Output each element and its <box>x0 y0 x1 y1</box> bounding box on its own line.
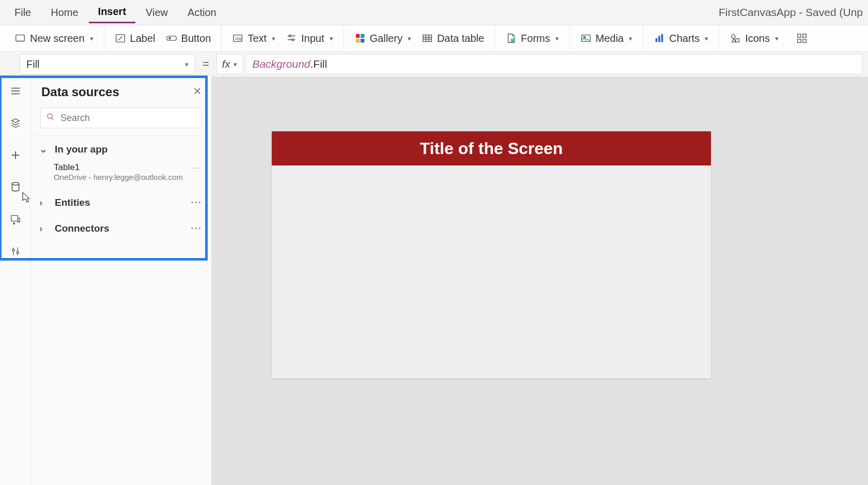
panel-close-button[interactable] <box>193 86 202 98</box>
rail-insert-button[interactable] <box>8 148 23 162</box>
label-button[interactable]: Label <box>112 31 159 47</box>
icons-icon <box>730 33 741 44</box>
svg-rect-13 <box>360 39 364 42</box>
fx-label: fx <box>222 58 230 70</box>
svg-line-46 <box>52 118 54 120</box>
menu-action[interactable]: Action <box>178 3 226 23</box>
canvas-area[interactable]: Title of the Screen <box>212 77 868 485</box>
menu-home[interactable]: Home <box>41 3 87 23</box>
chevron-down-icon: ▾ <box>705 35 708 42</box>
app-screen[interactable]: Title of the Screen <box>272 131 711 378</box>
text-button[interactable]: Abc Text ▾ <box>229 31 278 47</box>
more-options-button[interactable]: ··· <box>192 162 202 173</box>
svg-rect-2 <box>166 36 176 40</box>
svg-text:Abc: Abc <box>235 37 242 41</box>
svg-rect-29 <box>798 39 801 42</box>
media-icon <box>580 33 592 44</box>
button-label: Button <box>181 33 211 44</box>
svg-rect-23 <box>658 36 660 42</box>
addins-button[interactable] <box>793 31 811 46</box>
media-label: Media <box>596 33 624 44</box>
property-selector[interactable]: Fill ▾ <box>20 54 195 74</box>
chevron-down-icon: ▾ <box>233 60 237 68</box>
svg-rect-0 <box>16 35 25 41</box>
data-source-name: Table1 <box>54 162 183 173</box>
rail-hamburger-button[interactable] <box>8 84 23 98</box>
panel-search-box[interactable] <box>40 108 202 128</box>
svg-rect-28 <box>803 34 806 37</box>
menu-bar: File Home Insert View Action FirstCanvas… <box>0 0 868 25</box>
section-connectors[interactable]: › Connectors ··· <box>31 216 211 241</box>
label-label: Label <box>130 33 156 44</box>
charts-button[interactable]: Charts ▾ <box>650 31 711 47</box>
chevron-right-icon: › <box>39 197 48 208</box>
menu-view[interactable]: View <box>136 3 177 23</box>
rail-advanced-button[interactable] <box>8 244 23 259</box>
formula-bar: Fill ▾ = fx ▾ Background.Fill <box>0 52 868 77</box>
chevron-down-icon: ⌄ <box>39 143 48 155</box>
icons-button[interactable]: Icons ▾ <box>726 31 782 47</box>
label-edit-icon <box>115 33 126 44</box>
data-table-button[interactable]: Data table <box>419 31 487 47</box>
rail-media-button[interactable] <box>8 212 23 226</box>
chevron-down-icon: ▾ <box>775 35 779 42</box>
charts-label: Charts <box>669 33 700 44</box>
gallery-button[interactable]: Gallery ▾ <box>351 31 414 47</box>
forms-label: Forms <box>521 33 550 44</box>
svg-point-45 <box>48 114 52 118</box>
chevron-right-icon: › <box>39 223 48 234</box>
media-button[interactable]: Media ▾ <box>577 31 636 47</box>
chevron-down-icon: ▾ <box>330 35 333 42</box>
chevron-down-icon: ▾ <box>90 35 94 42</box>
svg-rect-37 <box>11 216 18 221</box>
svg-point-3 <box>168 37 170 39</box>
rail-data-button[interactable] <box>8 180 23 194</box>
text-label: Text <box>247 33 267 44</box>
new-screen-button[interactable]: New screen ▾ <box>11 31 97 47</box>
svg-rect-12 <box>355 39 359 42</box>
section-entities[interactable]: › Entities ··· <box>31 190 211 216</box>
forms-button[interactable]: Forms ▾ <box>502 31 562 47</box>
data-source-item[interactable]: Table1 OneDrive - henry.legge@outlook.co… <box>31 162 211 190</box>
more-options-button[interactable]: ··· <box>191 197 202 208</box>
grid-addin-icon <box>796 33 808 44</box>
svg-point-42 <box>17 251 19 253</box>
search-icon <box>46 112 55 124</box>
chevron-down-icon: ▾ <box>629 35 632 42</box>
property-name: Fill <box>26 58 40 70</box>
menu-file[interactable]: File <box>5 3 40 23</box>
equals-sign: = <box>200 57 211 71</box>
section-in-your-app[interactable]: ⌄ In your app <box>31 136 211 162</box>
gallery-icon <box>354 33 366 44</box>
data-table-icon <box>422 33 433 44</box>
charts-icon <box>654 33 665 44</box>
svg-rect-26 <box>736 39 739 42</box>
new-screen-label: New screen <box>30 33 85 44</box>
svg-rect-10 <box>355 34 359 38</box>
svg-rect-14 <box>423 35 432 42</box>
formula-token-object: Background <box>252 58 310 70</box>
formula-token-property: .Fill <box>311 58 328 70</box>
data-table-label: Data table <box>437 33 484 44</box>
more-options-button[interactable]: ··· <box>191 223 202 234</box>
gallery-label: Gallery <box>370 33 402 44</box>
svg-point-25 <box>732 35 735 38</box>
input-button[interactable]: Input ▾ <box>283 31 336 47</box>
input-label: Input <box>301 33 324 44</box>
formula-input[interactable]: Background.Fill <box>247 54 863 74</box>
svg-rect-27 <box>798 34 801 37</box>
panel-search-input[interactable] <box>60 113 196 124</box>
svg-rect-24 <box>661 34 663 42</box>
menu-insert[interactable]: Insert <box>89 2 135 23</box>
insert-ribbon: New screen ▾ Label Button Abc Text ▾ <box>0 25 868 52</box>
text-icon: Abc <box>232 33 243 44</box>
screen-icon <box>14 33 26 44</box>
section-label: In your app <box>55 144 107 155</box>
button-button[interactable]: Button <box>163 31 214 47</box>
rail-tree-view-button[interactable] <box>8 116 23 130</box>
screen-header[interactable]: Title of the Screen <box>272 131 711 165</box>
screen-title-label: Title of the Screen <box>420 139 563 158</box>
chevron-down-icon: ▾ <box>408 35 411 42</box>
app-title: FirstCanvasApp - Saved (Unp <box>719 6 863 19</box>
fx-button[interactable]: fx ▾ <box>216 54 242 74</box>
